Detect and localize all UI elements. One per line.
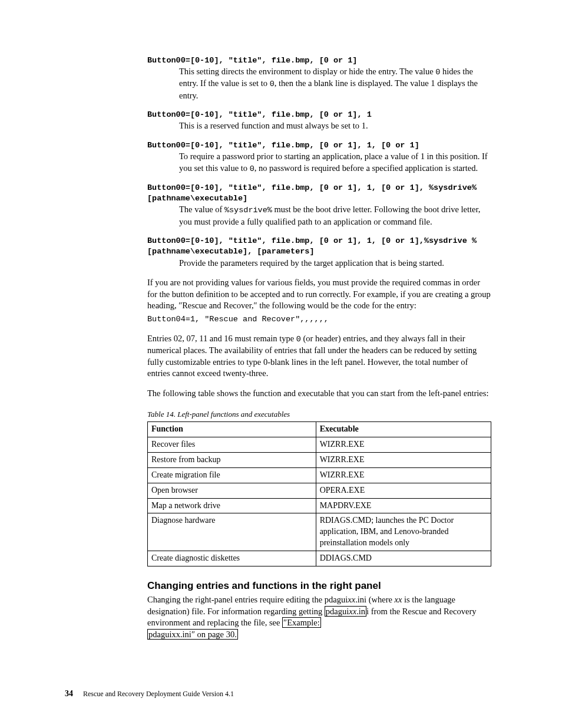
table-cell: OPERA.EXE	[316, 483, 491, 498]
definition-body: This setting directs the environment to …	[147, 66, 491, 101]
section-paragraph: Changing the right-panel entries require…	[147, 594, 491, 640]
table-cell: WIZRR.EXE	[316, 467, 491, 483]
code-sample: Button04=1, "Rescue and Recover",,,,,,	[147, 314, 491, 325]
code-term: Button00=[0-10], "title", file.bmp, [0 o…	[147, 140, 491, 151]
paragraph: Entries 02, 07, 11 and 16 must remain ty…	[147, 333, 491, 380]
code-term: Button00=[0-10], "title", file.bmp, [0 o…	[147, 110, 491, 120]
cross-reference-link[interactable]: pdaguixx.ini″ on page 30.	[147, 629, 238, 640]
table-cell: Create diagnostic diskettes	[148, 551, 316, 566]
table-caption: Table 14. Left-panel functions and execu…	[147, 409, 491, 420]
table-cell: DDIAGS.CMD	[316, 551, 491, 566]
table-row: Restore from backupWIZRR.EXE	[148, 452, 491, 467]
table-header: Executable	[316, 422, 491, 437]
definition-entry: Button00=[0-10], "title", file.bmp, [0 o…	[147, 55, 491, 101]
definition-entry: Button00=[0-10], "title", file.bmp, [0 o…	[147, 140, 491, 174]
table-cell: WIZRR.EXE	[316, 452, 491, 467]
code-term: Button00=[0-10], "title", file.bmp, [0 o…	[147, 183, 491, 204]
functions-table: Function Executable Recover filesWIZRR.E…	[147, 421, 491, 566]
definition-body: Provide the parameters required by the t…	[147, 258, 491, 269]
table-row: Recover filesWIZRR.EXE	[148, 437, 491, 453]
code-term: Button00=[0-10], "title", file.bmp, [0 o…	[147, 55, 491, 66]
page-footer: 34 Rescue and Recovery Deployment Guide …	[65, 689, 234, 700]
table-cell: Create migration file	[148, 467, 316, 483]
section-heading: Changing entries and functions in the ri…	[147, 579, 491, 593]
definition-body: To require a password prior to starting …	[147, 151, 491, 174]
table-cell: Map a network drive	[148, 498, 316, 513]
code-term: Button00=[0-10], "title", file.bmp, [0 o…	[147, 236, 491, 257]
definition-body: The value of %sysdrive% must be the boot…	[147, 204, 491, 228]
page-number: 34	[65, 689, 73, 698]
table-cell: Diagnose hardware	[148, 513, 316, 551]
table-cell: Open browser	[148, 483, 316, 498]
table-cell: Recover files	[148, 437, 316, 453]
definition-entry: Button00=[0-10], "title", file.bmp, [0 o…	[147, 236, 491, 269]
table-row: Open browserOPERA.EXE	[148, 483, 491, 498]
table-row: Map a network driveMAPDRV.EXE	[148, 498, 491, 513]
table-cell: MAPDRV.EXE	[316, 498, 491, 513]
cross-reference-link[interactable]: ″Example:	[282, 617, 321, 628]
table-cell: WIZRR.EXE	[316, 437, 491, 453]
definition-body: This is a reserved function and must alw…	[147, 120, 491, 132]
footer-title: Rescue and Recovery Deployment Guide Ver…	[83, 690, 234, 698]
cross-reference-link[interactable]: pdaguixx.in	[325, 606, 366, 617]
table-cell: RDIAGS.CMD; launches the PC Doctor appli…	[316, 513, 491, 551]
table-row: Create migration fileWIZRR.EXE	[148, 467, 491, 483]
paragraph: The following table shows the function a…	[147, 388, 491, 400]
definition-entry: Button00=[0-10], "title", file.bmp, [0 o…	[147, 183, 491, 228]
table-cell: Restore from backup	[148, 452, 316, 467]
definition-entry: Button00=[0-10], "title", file.bmp, [0 o…	[147, 110, 491, 132]
paragraph: If you are not providing values for vari…	[147, 277, 491, 312]
table-row: Create diagnostic diskettesDDIAGS.CMD	[148, 551, 491, 566]
table-header: Function	[148, 422, 316, 437]
document-page: Button00=[0-10], "title", file.bmp, [0 o…	[0, 0, 562, 728]
table-header-row: Function Executable	[148, 422, 491, 437]
table-row: Diagnose hardwareRDIAGS.CMD; launches th…	[148, 513, 491, 551]
